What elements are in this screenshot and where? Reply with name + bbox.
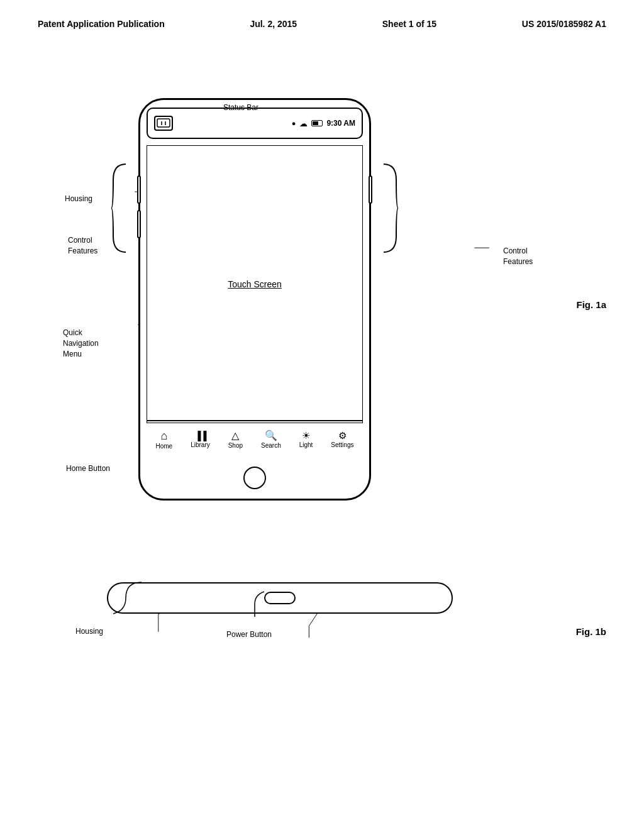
nav-search-label: Search (261, 442, 281, 449)
wifi-icon: ☁ (299, 119, 308, 128)
nav-library-label: Library (191, 441, 210, 448)
touch-screen-label: Touch Screen (228, 279, 282, 289)
nav-shop-label: Shop (228, 442, 243, 449)
shop-icon: △ (231, 431, 239, 441)
home-button-annotation: Home Button (66, 464, 110, 473)
main-content: Fig. 1a Fig. 1b (0, 35, 644, 815)
fig-1b-label: Fig. 1b (576, 626, 606, 637)
light-icon: ☀ (302, 431, 310, 440)
device-housing: ● ☁ 9:30 AM Touch Screen (138, 98, 371, 501)
home-icon: ⌂ (160, 430, 167, 441)
nav-search[interactable]: 🔍 Search (261, 431, 281, 449)
battery-icon (311, 120, 323, 126)
right-button-1[interactable] (369, 175, 372, 204)
status-bar-annotation: Status Bar (223, 103, 258, 112)
left-curly-brace (110, 161, 129, 255)
fig1b-housing-brace (107, 579, 145, 617)
control-features-right-annotation: Control Features (503, 246, 533, 267)
nav-bar: ⌂ Home ▐▐ Library △ Shop 🔍 Search (147, 420, 363, 458)
nav-shop[interactable]: △ Shop (228, 431, 243, 449)
nav-library[interactable]: ▐▐ Library (191, 431, 210, 448)
quick-nav-annotation: Quick Navigation Menu (63, 328, 99, 359)
settings-icon: ⚙ (338, 431, 347, 440)
left-button-1[interactable] (137, 175, 141, 204)
fig1b-housing-annotation: Housing (75, 627, 103, 636)
device-fig1a: ● ☁ 9:30 AM Touch Screen (119, 98, 390, 513)
status-bar: ● ☁ 9:30 AM (147, 108, 363, 139)
nav-settings[interactable]: ⚙ Settings (331, 431, 353, 448)
patent-number: US 2015/0185982 A1 (522, 19, 606, 29)
fig1b-power-arrow (233, 582, 277, 620)
housing-left-annotation: Housing (65, 194, 92, 203)
status-time: 9:30 AM (326, 119, 355, 128)
fig1b-housing-bar (107, 582, 453, 614)
sheet-info: Sheet 1 of 15 (382, 19, 436, 29)
publication-date: Jul. 2, 2015 (250, 19, 297, 29)
home-button[interactable] (243, 467, 266, 489)
left-side-buttons (137, 175, 141, 238)
status-bar-right: ● ☁ 9:30 AM (292, 119, 355, 128)
touch-screen[interactable]: Touch Screen (147, 145, 363, 423)
right-curly-brace (380, 161, 399, 255)
nav-light-label: Light (299, 441, 313, 448)
patent-header: Patent Application Publication Jul. 2, 2… (0, 0, 644, 35)
nav-settings-label: Settings (331, 441, 353, 448)
search-icon: 🔍 (265, 431, 277, 441)
right-side-buttons (369, 175, 372, 204)
left-button-2[interactable] (137, 210, 141, 238)
library-icon: ▐▐ (195, 431, 206, 440)
fig1b-power-annotation: Power Button (226, 630, 272, 639)
device-fig1b: Housing Power Button (75, 582, 453, 639)
control-features-left-annotation: Control Features (68, 235, 97, 257)
svg-rect-15 (157, 119, 170, 127)
status-bar-left-icon (154, 116, 173, 131)
publication-title: Patent Application Publication (38, 19, 165, 29)
nav-home[interactable]: ⌂ Home (155, 430, 172, 450)
fig-1a-label: Fig. 1a (576, 299, 606, 310)
nav-light[interactable]: ☀ Light (299, 431, 313, 448)
signal-icon: ● (292, 119, 296, 127)
nav-home-label: Home (155, 443, 172, 450)
